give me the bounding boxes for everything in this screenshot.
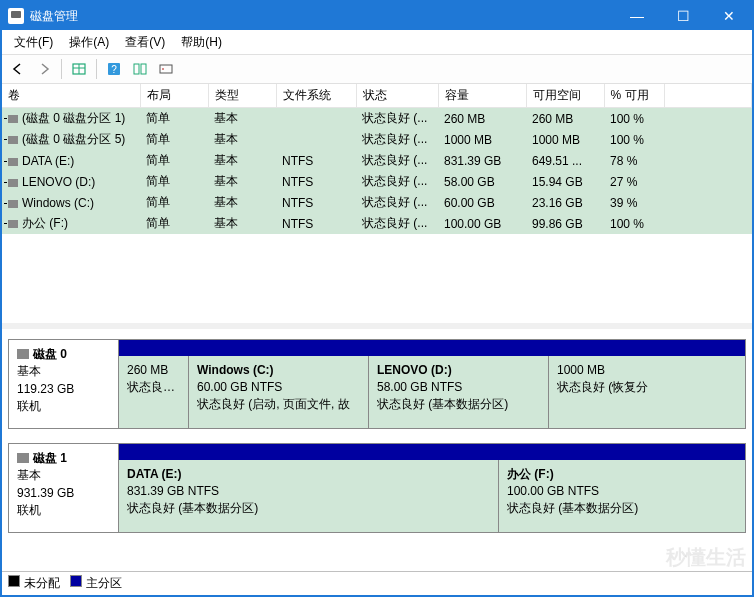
volume-table[interactable]: 卷 布局 类型 文件系统 状态 容量 可用空间 % 可用 (磁盘 0 磁盘分区 … [2, 84, 752, 234]
vol-pct: 39 % [604, 192, 664, 213]
minimize-button[interactable]: — [614, 2, 660, 30]
vol-pct: 27 % [604, 171, 664, 192]
menu-help[interactable]: 帮助(H) [173, 30, 230, 55]
vol-type: 基本 [208, 171, 276, 192]
vol-name: 办公 (F:) [22, 216, 68, 230]
partition-title: 办公 (F:) [507, 466, 737, 483]
partition[interactable]: 1000 MB状态良好 (恢复分 [549, 356, 745, 428]
vol-capacity: 260 MB [438, 108, 526, 130]
vol-layout: 简单 [140, 171, 208, 192]
forward-button[interactable] [32, 57, 56, 81]
table-row[interactable]: LENOVO (D:)简单基本NTFS状态良好 (...58.00 GB15.9… [2, 171, 752, 192]
primary-strip [119, 340, 745, 356]
volume-icon [8, 115, 18, 123]
menu-file[interactable]: 文件(F) [6, 30, 61, 55]
table-row[interactable]: DATA (E:)简单基本NTFS状态良好 (...831.39 GB649.5… [2, 150, 752, 171]
col-volume[interactable]: 卷 [2, 84, 140, 108]
partition-size: 100.00 GB NTFS [507, 483, 737, 500]
partition-size: 831.39 GB NTFS [127, 483, 490, 500]
vol-layout: 简单 [140, 192, 208, 213]
help-icon-button[interactable]: ? [102, 57, 126, 81]
volume-table-header[interactable]: 卷 布局 类型 文件系统 状态 容量 可用空间 % 可用 [2, 84, 752, 108]
col-capacity[interactable]: 容量 [438, 84, 526, 108]
menu-view[interactable]: 查看(V) [117, 30, 173, 55]
disk-row: 磁盘 1基本931.39 GB联机DATA (E:)831.39 GB NTFS… [8, 443, 746, 533]
vol-name: LENOVO (D:) [22, 175, 95, 189]
table-row[interactable]: (磁盘 0 磁盘分区 1)简单基本状态良好 (...260 MB260 MB10… [2, 108, 752, 130]
disk-type: 基本 [17, 467, 110, 484]
vol-fs: NTFS [276, 171, 356, 192]
vol-capacity: 60.00 GB [438, 192, 526, 213]
disk-icon [17, 349, 29, 359]
col-pct[interactable]: % 可用 [604, 84, 664, 108]
vol-fs: NTFS [276, 150, 356, 171]
legend-swatch-primary [70, 575, 82, 587]
vol-status: 状态良好 (... [356, 171, 438, 192]
legend-unallocated: 未分配 [24, 576, 60, 590]
vol-type: 基本 [208, 129, 276, 150]
disk-status: 联机 [17, 398, 110, 415]
vol-free: 260 MB [526, 108, 604, 130]
legend-primary: 主分区 [86, 576, 122, 590]
close-button[interactable]: ✕ [706, 2, 752, 30]
disk-info[interactable]: 磁盘 0基本119.23 GB联机 [9, 340, 119, 428]
table-row[interactable]: Windows (C:)简单基本NTFS状态良好 (...60.00 GB23.… [2, 192, 752, 213]
disk-info[interactable]: 磁盘 1基本931.39 GB联机 [9, 444, 119, 532]
col-free[interactable]: 可用空间 [526, 84, 604, 108]
window-title: 磁盘管理 [30, 8, 78, 25]
menu-bar: 文件(F) 操作(A) 查看(V) 帮助(H) [2, 30, 752, 54]
disk-status: 联机 [17, 502, 110, 519]
partition-status: 状态良好 (恢复分 [557, 379, 737, 396]
partition[interactable]: 260 MB状态良好 (EF [119, 356, 189, 428]
vol-type: 基本 [208, 192, 276, 213]
vol-pct: 100 % [604, 213, 664, 234]
partition[interactable]: LENOVO (D:)58.00 GB NTFS状态良好 (基本数据分区) [369, 356, 549, 428]
col-type[interactable]: 类型 [208, 84, 276, 108]
vol-capacity: 1000 MB [438, 129, 526, 150]
col-status[interactable]: 状态 [356, 84, 438, 108]
toolbar-layout-button[interactable] [128, 57, 152, 81]
vol-free: 23.16 GB [526, 192, 604, 213]
menu-action[interactable]: 操作(A) [61, 30, 117, 55]
vol-name: (磁盘 0 磁盘分区 5) [22, 132, 125, 146]
table-row[interactable]: 办公 (F:)简单基本NTFS状态良好 (...100.00 GB99.86 G… [2, 213, 752, 234]
disk-type: 基本 [17, 363, 110, 380]
col-layout[interactable]: 布局 [140, 84, 208, 108]
vol-free: 99.86 GB [526, 213, 604, 234]
vol-status: 状态良好 (... [356, 213, 438, 234]
partition-size: 58.00 GB NTFS [377, 379, 540, 396]
partition-size: 260 MB [127, 362, 180, 379]
svg-rect-6 [141, 64, 146, 74]
partition[interactable]: Windows (C:)60.00 GB NTFS状态良好 (启动, 页面文件,… [189, 356, 369, 428]
vol-capacity: 831.39 GB [438, 150, 526, 171]
volume-icon [8, 158, 18, 166]
volume-icon [8, 220, 18, 228]
disk-size: 119.23 GB [17, 381, 110, 398]
legend-swatch-unallocated [8, 575, 20, 587]
maximize-button[interactable]: ☐ [660, 2, 706, 30]
back-button[interactable] [6, 57, 30, 81]
partition[interactable]: DATA (E:)831.39 GB NTFS状态良好 (基本数据分区) [119, 460, 499, 532]
partition[interactable]: 办公 (F:)100.00 GB NTFS状态良好 (基本数据分区) [499, 460, 745, 532]
disk-icon [17, 453, 29, 463]
vol-type: 基本 [208, 213, 276, 234]
vol-status: 状态良好 (... [356, 108, 438, 130]
partition-status: 状态良好 (基本数据分区) [507, 500, 737, 517]
col-fs[interactable]: 文件系统 [276, 84, 356, 108]
vol-layout: 简单 [140, 213, 208, 234]
vol-free: 1000 MB [526, 129, 604, 150]
partition-status: 状态良好 (启动, 页面文件, 故 [197, 396, 360, 413]
vol-type: 基本 [208, 108, 276, 130]
table-row[interactable]: (磁盘 0 磁盘分区 5)简单基本状态良好 (...1000 MB1000 MB… [2, 129, 752, 150]
svg-point-8 [162, 68, 164, 70]
toolbar-table-button[interactable] [67, 57, 91, 81]
vol-capacity: 100.00 GB [438, 213, 526, 234]
disk-row: 磁盘 0基本119.23 GB联机260 MB状态良好 (EFWindows (… [8, 339, 746, 429]
vol-layout: 简单 [140, 129, 208, 150]
toolbar-properties-button[interactable] [154, 57, 178, 81]
vol-pct: 100 % [604, 129, 664, 150]
vol-name: DATA (E:) [22, 154, 74, 168]
vol-pct: 100 % [604, 108, 664, 130]
vol-fs [276, 129, 356, 150]
svg-text:?: ? [111, 64, 117, 75]
